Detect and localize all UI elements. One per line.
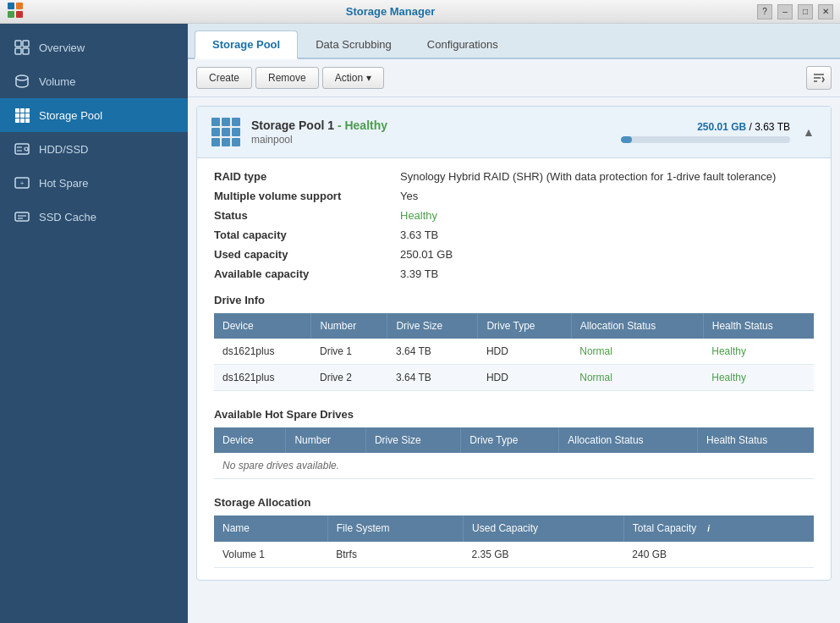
raid-type-label: RAID type [214,170,400,183]
svg-rect-24 [15,212,29,221]
drive2-health-status: Healthy [703,365,814,391]
svg-rect-17 [25,119,30,123]
tab-data-scrubbing[interactable]: Data Scrubbing [298,30,409,58]
app-title: Storage Manager [24,5,757,18]
pool-body: RAID type Synology Hybrid RAID (SHR) (Wi… [197,158,831,580]
total-capacity-info-icon[interactable]: i [703,523,715,535]
sort-button[interactable] [806,66,832,90]
status-value: Healthy [400,209,814,222]
sidebar-item-hdd-ssd[interactable]: HDD/SSD [0,132,188,166]
sidebar-hot-spare-label: Hot Spare [39,177,89,190]
svg-rect-34 [222,128,230,136]
sidebar-storage-pool-label: Storage Pool [39,109,102,122]
svg-rect-32 [232,118,240,126]
svg-rect-12 [15,113,19,118]
help-button[interactable]: ? [757,4,772,19]
svg-rect-15 [15,119,19,123]
toolbar: Create Remove Action ▾ [188,59,840,97]
sidebar-item-volume[interactable]: Volume [0,64,188,98]
hot-spare-icon: + [14,174,30,191]
drive1-alloc-status: Normal [571,339,703,365]
alloc-vol1-used: 2.35 GB [464,542,624,568]
svg-rect-18 [15,144,29,154]
avail-cap-label: Available capacity [214,267,400,280]
capacity-bar [621,136,790,143]
total-cap-value: 3.63 TB [400,229,814,241]
svg-rect-35 [232,128,240,136]
overview-icon [14,39,30,56]
storage-pool-icon [14,107,30,124]
alloc-col-name: Name [214,515,327,542]
pool-header: Storage Pool 1 - Healthy mainpool 250.01… [197,107,831,158]
svg-rect-11 [25,108,30,113]
total-cap-label: Total capacity [214,229,400,241]
svg-rect-16 [20,119,25,123]
sidebar-volume-label: Volume [39,75,75,88]
drive2-size: 3.64 TB [387,365,478,391]
pool-id: mainpool [251,134,621,146]
svg-rect-6 [15,48,21,54]
hot-spare-table: Device Number Drive Size Drive Type Allo… [214,427,814,479]
sidebar-item-overview[interactable]: Overview [0,30,188,64]
svg-rect-37 [222,138,230,146]
storage-allocation-title: Storage Allocation [214,496,814,509]
sidebar-item-storage-pool[interactable]: Storage Pool [0,98,188,132]
restore-button[interactable]: □ [798,4,813,19]
avail-cap-value: 3.39 TB [400,267,814,280]
svg-point-19 [25,147,28,151]
tab-configurations[interactable]: Configurations [409,30,516,58]
col-device: Device [214,313,311,339]
table-row: ds1621plus Drive 1 3.64 TB HDD Normal He… [214,339,814,365]
volume-icon [14,73,30,90]
storage-allocation-table: Name File System Used Capacity Total Cap… [214,515,814,568]
svg-rect-3 [16,11,23,18]
svg-rect-31 [222,118,230,126]
action-button[interactable]: Action ▾ [322,67,384,89]
drive1-number: Drive 1 [311,339,387,365]
drive-info-table: Device Number Drive Size Drive Type Allo… [214,313,814,391]
svg-text:+: + [20,179,25,187]
close-button[interactable]: ✕ [818,4,833,19]
pool-collapse-button[interactable]: ▲ [799,122,819,142]
svg-rect-7 [23,48,29,54]
ssd-cache-icon [14,208,30,225]
status-label: Status [214,209,400,222]
titlebar: Storage Manager ? – □ ✕ [0,0,840,24]
alloc-vol1-total: 240 GB [623,542,814,568]
alloc-col-fs: File System [327,515,463,542]
sidebar-item-ssd-cache[interactable]: SSD Cache [0,200,188,234]
spare-col-drive-type: Drive Type [461,427,559,453]
sidebar-overview-label: Overview [39,41,85,54]
tab-storage-pool[interactable]: Storage Pool [195,30,298,59]
spare-col-health-status: Health Status [698,427,814,453]
pool-title-area: Storage Pool 1 - Healthy mainpool [251,119,621,146]
table-row: ds1621plus Drive 2 3.64 TB HDD Normal He… [214,365,814,391]
sidebar-item-hot-spare[interactable]: + Hot Spare [0,166,188,200]
svg-rect-38 [232,138,240,146]
multi-vol-value: Yes [400,190,814,202]
svg-rect-4 [15,41,21,47]
svg-rect-9 [15,108,19,113]
remove-button[interactable]: Remove [255,67,319,89]
pool-name: Storage Pool 1 - Healthy [251,119,621,132]
spare-col-alloc-status: Allocation Status [559,427,698,453]
svg-rect-1 [16,3,23,9]
action-dropdown-arrow: ▾ [366,72,371,84]
alloc-vol1-fs: Btrfs [327,542,463,568]
used-cap-value: 250.01 GB [400,248,814,261]
app-logo [7,2,24,21]
alloc-vol1-name: Volume 1 [214,542,327,568]
minimize-button[interactable]: – [777,4,793,19]
table-row: No spare drives available. [214,453,814,479]
spare-col-number: Number [286,427,366,453]
drive2-number: Drive 2 [311,365,387,391]
create-button[interactable]: Create [196,67,252,89]
svg-rect-33 [211,128,220,136]
content-area: Storage Pool 1 - Healthy mainpool 250.01… [188,97,840,623]
drive2-alloc-status: Normal [571,365,703,391]
col-health-status: Health Status [703,313,814,339]
pool-info-grid: RAID type Synology Hybrid RAID (SHR) (Wi… [214,170,814,280]
col-alloc-status: Allocation Status [571,313,703,339]
drive1-size: 3.64 TB [387,339,478,365]
drive1-device: ds1621plus [214,339,311,365]
